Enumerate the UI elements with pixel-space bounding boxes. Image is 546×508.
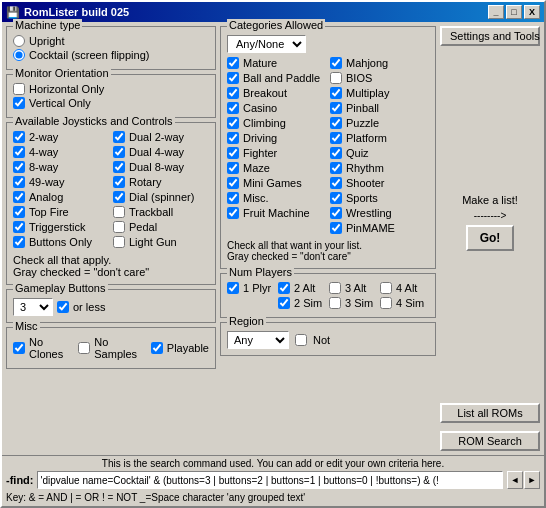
cat-climbing-checkbox[interactable] [227,117,239,129]
4way-checkbox[interactable] [13,146,25,158]
minimize-button[interactable]: _ [488,5,504,19]
maximize-button[interactable]: □ [506,5,522,19]
no-samples-checkbox[interactable] [78,342,90,354]
dual8way-label: Dual 8-way [129,161,184,173]
horizontal-only-checkbox[interactable] [13,83,25,95]
buttonsonly-label: Buttons Only [29,236,92,248]
list-all-roms-button[interactable]: List all ROMs [440,403,540,423]
scroll-right-button[interactable]: ► [524,471,540,489]
dual4way-checkbox[interactable] [113,146,125,158]
lightgun-label: Light Gun [129,236,177,248]
8way-row: 8-way [13,161,109,173]
cocktail-radio[interactable] [13,49,25,61]
cat-rhythm-row: Rhythm [330,162,429,174]
analog-checkbox[interactable] [13,191,25,203]
or-less-checkbox[interactable] [57,301,69,313]
cat-breakout-checkbox[interactable] [227,87,239,99]
2sim-checkbox[interactable] [278,297,290,309]
cat-quiz-checkbox[interactable] [330,147,342,159]
cat-minigames-checkbox[interactable] [227,177,239,189]
2alt-checkbox[interactable] [278,282,290,294]
find-row: -find: ◄ ► [6,471,540,489]
dial-checkbox[interactable] [113,191,125,203]
cat-mahjong-checkbox[interactable] [330,57,342,69]
cat-fighter-checkbox[interactable] [227,147,239,159]
cat-maze-checkbox[interactable] [227,162,239,174]
cat-pinball-checkbox[interactable] [330,102,342,114]
cat-sports-checkbox[interactable] [330,192,342,204]
3sim-row: 3 Sim [329,297,378,309]
3sim-checkbox[interactable] [329,297,341,309]
buttonsonly-checkbox[interactable] [13,236,25,248]
cat-multiplay-label: Multiplay [346,87,389,99]
2way-label: 2-way [29,131,58,143]
cocktail-label: Cocktail (screen flipping) [29,49,149,61]
3alt-label: 3 Alt [345,282,366,294]
cat-bios-checkbox[interactable] [330,72,342,84]
dual8way-checkbox[interactable] [113,161,125,173]
cat-wrestling-checkbox[interactable] [330,207,342,219]
cat-driving-label: Driving [243,132,277,144]
titlebar-buttons: _ □ X [488,5,540,19]
triggerstick-label: Triggerstick [29,221,85,233]
region-not-checkbox[interactable] [295,334,307,346]
cat-sports-label: Sports [346,192,378,204]
cat-maze-row: Maze [227,162,326,174]
cat-pinmame-checkbox[interactable] [330,222,342,234]
cat-casino-checkbox[interactable] [227,102,239,114]
4alt-checkbox[interactable] [380,282,392,294]
categories-note2: Gray checked = "don't care" [227,251,429,262]
cat-bios-label: BIOS [346,72,372,84]
pedal-checkbox[interactable] [113,221,125,233]
1plyr-checkbox[interactable] [227,282,239,294]
rotary-checkbox[interactable] [113,176,125,188]
cat-ballandpaddle-checkbox[interactable] [227,72,239,84]
4way-row: 4-way [13,146,109,158]
2way-checkbox[interactable] [13,131,25,143]
close-button[interactable]: X [524,5,540,19]
dual2way-checkbox[interactable] [113,131,125,143]
cat-shooter-checkbox[interactable] [330,177,342,189]
49way-checkbox[interactable] [13,176,25,188]
region-select[interactable]: Any US Japan Europe [227,331,289,349]
cat-mature-checkbox[interactable] [227,57,239,69]
4sim-label: 4 Sim [396,297,424,309]
rom-search-button[interactable]: ROM Search [440,431,540,451]
trackball-row: Trackball [113,206,209,218]
cat-platform-checkbox[interactable] [330,132,342,144]
4sim-checkbox[interactable] [380,297,392,309]
3alt-checkbox[interactable] [329,282,341,294]
window-title: RomLister build 025 [24,6,129,18]
2way-row: 2-way [13,131,109,143]
any-none-select[interactable]: Any/None [227,35,306,53]
vertical-only-checkbox[interactable] [13,97,25,109]
go-button[interactable]: Go! [466,225,515,251]
cat-minigames-row: Mini Games [227,177,326,189]
playable-checkbox[interactable] [151,342,163,354]
scroll-left-button[interactable]: ◄ [507,471,523,489]
cat-puzzle-label: Puzzle [346,117,379,129]
cat-multiplay-checkbox[interactable] [330,87,342,99]
cat-fruitmachine-checkbox[interactable] [227,207,239,219]
joysticks-label: Available Joysticks and Controls [13,115,175,127]
horizontal-only-label: Horizontal Only [29,83,104,95]
settings-tools-button[interactable]: Settings and Tools [440,26,540,46]
triggerstick-checkbox[interactable] [13,221,25,233]
cat-misc-checkbox[interactable] [227,192,239,204]
trackball-checkbox[interactable] [113,206,125,218]
no-clones-checkbox[interactable] [13,342,25,354]
8way-checkbox[interactable] [13,161,25,173]
cat-driving-checkbox[interactable] [227,132,239,144]
cat-wrestling-label: Wrestling [346,207,392,219]
topfire-checkbox[interactable] [13,206,25,218]
lightgun-checkbox[interactable] [113,236,125,248]
gameplay-buttons-select[interactable]: 1 2 3 4 5 6 [13,298,53,316]
upright-radio[interactable] [13,35,25,47]
triggerstick-row: Triggerstick [13,221,109,233]
vertical-only-row: Vertical Only [13,97,209,109]
buttonsonly-row: Buttons Only [13,236,109,248]
find-input[interactable] [37,471,503,489]
misc-label: Misc [13,320,40,332]
cat-rhythm-checkbox[interactable] [330,162,342,174]
cat-puzzle-checkbox[interactable] [330,117,342,129]
